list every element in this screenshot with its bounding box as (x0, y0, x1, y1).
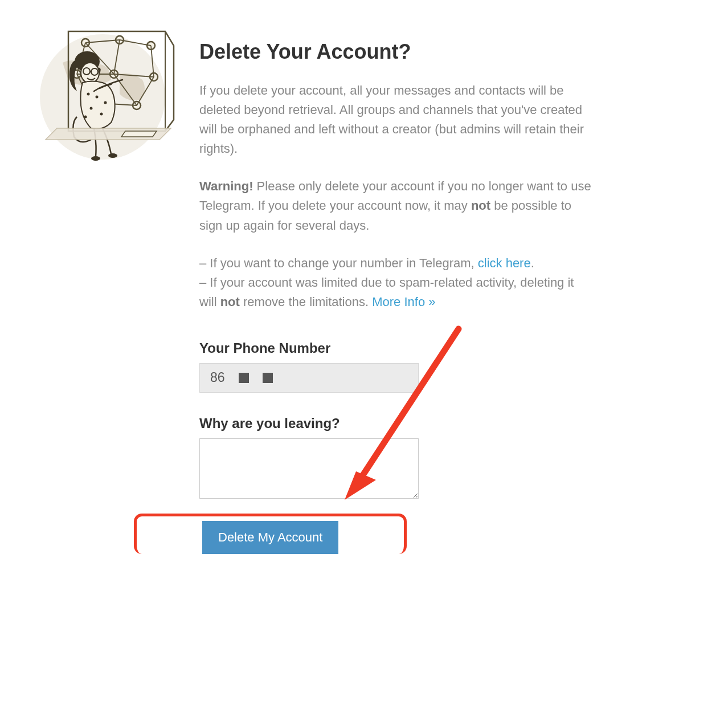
more-info-link[interactable]: More Info » (372, 295, 435, 309)
svg-point-32 (91, 156, 100, 161)
illustration-svg (28, 17, 177, 165)
svg-point-26 (87, 93, 90, 96)
description-paragraph-1: If you delete your account, all your mes… (199, 81, 592, 158)
page-title: Delete Your Account? (199, 40, 592, 64)
warning-not: not (471, 198, 490, 213)
svg-point-33 (108, 153, 117, 158)
svg-point-29 (90, 107, 93, 110)
annotation-highlight-box: Delete My Account (134, 514, 407, 554)
svg-point-28 (104, 101, 107, 104)
warning-label: Warning! (199, 179, 253, 193)
redacted-block-icon (239, 373, 249, 383)
description-paragraph-2: Warning! Please only delete your account… (199, 177, 592, 235)
description-paragraph-3: – If you want to change your number in T… (199, 254, 592, 312)
svg-point-31 (84, 116, 87, 119)
reason-label: Why are you leaving? (199, 416, 592, 431)
phone-number-value: 86 (210, 370, 225, 385)
svg-line-25 (90, 71, 91, 72)
spam-limit-suffix: remove the limitations. (240, 295, 372, 309)
delete-account-button[interactable]: Delete My Account (202, 521, 338, 554)
svg-point-30 (100, 113, 103, 116)
phone-number-field[interactable]: 86 (199, 363, 419, 393)
illustration-person-network (23, 11, 182, 554)
change-number-suffix: . (531, 256, 534, 270)
svg-point-27 (96, 96, 99, 99)
redacted-block-icon (263, 373, 273, 383)
reason-textarea[interactable] (199, 438, 419, 499)
change-number-link[interactable]: click here (478, 256, 531, 270)
change-number-prefix: – If you want to change your number in T… (199, 256, 478, 270)
phone-number-label: Your Phone Number (199, 340, 592, 356)
spam-limit-not: not (220, 295, 240, 309)
